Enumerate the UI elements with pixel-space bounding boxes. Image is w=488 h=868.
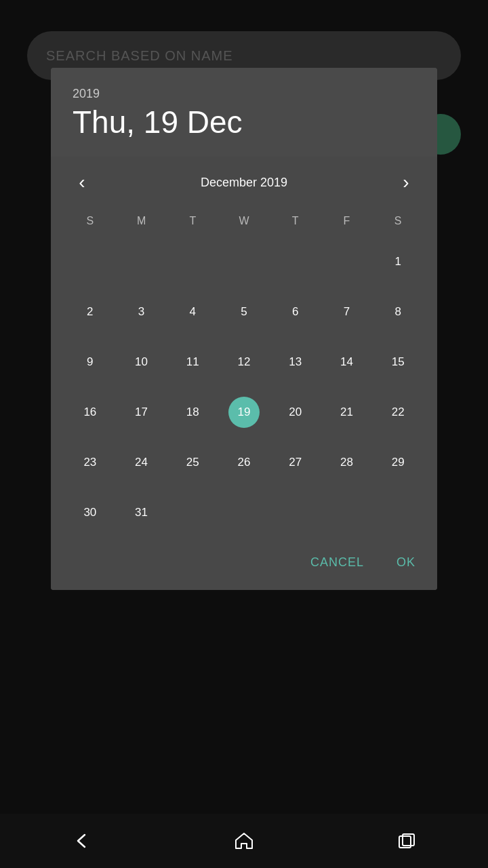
calendar-day[interactable]: 15 — [372, 337, 424, 387]
month-navigation: ‹ December 2019 › — [64, 167, 424, 197]
calendar-day — [64, 237, 116, 287]
calendar-day — [218, 237, 270, 287]
calendar-day[interactable]: 4 — [167, 287, 218, 337]
selected-date: Thu, 19 Dec — [73, 104, 415, 140]
calendar-day — [116, 237, 167, 287]
dow-saturday: S — [372, 211, 424, 231]
calendar-day — [372, 488, 424, 538]
calendar-day — [321, 488, 373, 538]
recents-button[interactable] — [386, 821, 427, 861]
calendar-day[interactable]: 8 — [372, 287, 424, 337]
dialog-header: 2019 Thu, 19 Dec — [51, 68, 437, 157]
calendar-day — [167, 237, 218, 287]
home-button[interactable] — [224, 821, 264, 861]
dialog-actions: CANCEL OK — [51, 538, 437, 590]
calendar-grid: 1234567891011121314151617181920212223242… — [64, 237, 424, 538]
calendar-day[interactable]: 19 — [218, 387, 270, 437]
calendar-day[interactable]: 13 — [270, 337, 321, 387]
calendar-day[interactable]: 22 — [372, 387, 424, 437]
dow-friday: F — [321, 211, 373, 231]
dow-wednesday: W — [218, 211, 270, 231]
calendar-day — [270, 488, 321, 538]
calendar-day[interactable]: 10 — [116, 337, 167, 387]
calendar-day[interactable]: 21 — [321, 387, 373, 437]
calendar-day[interactable]: 20 — [270, 387, 321, 437]
calendar-day — [167, 488, 218, 538]
next-month-button[interactable]: › — [391, 167, 421, 197]
prev-month-button[interactable]: ‹ — [67, 167, 97, 197]
dow-tuesday: T — [167, 211, 218, 231]
dow-sunday: S — [64, 211, 116, 231]
cancel-button[interactable]: CANCEL — [302, 549, 372, 576]
calendar-day[interactable]: 6 — [270, 287, 321, 337]
calendar-day[interactable]: 9 — [64, 337, 116, 387]
calendar-day[interactable]: 17 — [116, 387, 167, 437]
calendar-day[interactable]: 31 — [116, 488, 167, 538]
calendar-day[interactable]: 12 — [218, 337, 270, 387]
calendar-day[interactable]: 24 — [116, 437, 167, 488]
calendar-day[interactable]: 30 — [64, 488, 116, 538]
month-year-label: December 2019 — [201, 176, 287, 190]
calendar-body: ‹ December 2019 › S M T W T F S 12345678… — [51, 157, 437, 538]
calendar-day[interactable]: 29 — [372, 437, 424, 488]
calendar-day[interactable]: 2 — [64, 287, 116, 337]
calendar-day[interactable]: 7 — [321, 287, 373, 337]
calendar-day — [270, 237, 321, 287]
selected-year: 2019 — [73, 87, 415, 101]
calendar-day[interactable]: 11 — [167, 337, 218, 387]
calendar-day[interactable]: 25 — [167, 437, 218, 488]
day-of-week-headers: S M T W T F S — [64, 211, 424, 231]
calendar-day[interactable]: 23 — [64, 437, 116, 488]
calendar-day[interactable]: 26 — [218, 437, 270, 488]
calendar-day[interactable]: 1 — [372, 237, 424, 287]
calendar-day — [321, 237, 373, 287]
calendar-day[interactable]: 14 — [321, 337, 373, 387]
calendar-day[interactable]: 3 — [116, 287, 167, 337]
back-button[interactable] — [61, 821, 102, 861]
calendar-day[interactable]: 18 — [167, 387, 218, 437]
calendar-day[interactable]: 28 — [321, 437, 373, 488]
dow-thursday: T — [270, 211, 321, 231]
calendar-day[interactable]: 5 — [218, 287, 270, 337]
date-picker-dialog: 2019 Thu, 19 Dec ‹ December 2019 › S M T… — [51, 68, 437, 590]
navigation-bar — [0, 814, 488, 868]
calendar-day[interactable]: 27 — [270, 437, 321, 488]
dow-monday: M — [116, 211, 167, 231]
ok-button[interactable]: OK — [388, 549, 424, 576]
calendar-day[interactable]: 16 — [64, 387, 116, 437]
calendar-day — [218, 488, 270, 538]
